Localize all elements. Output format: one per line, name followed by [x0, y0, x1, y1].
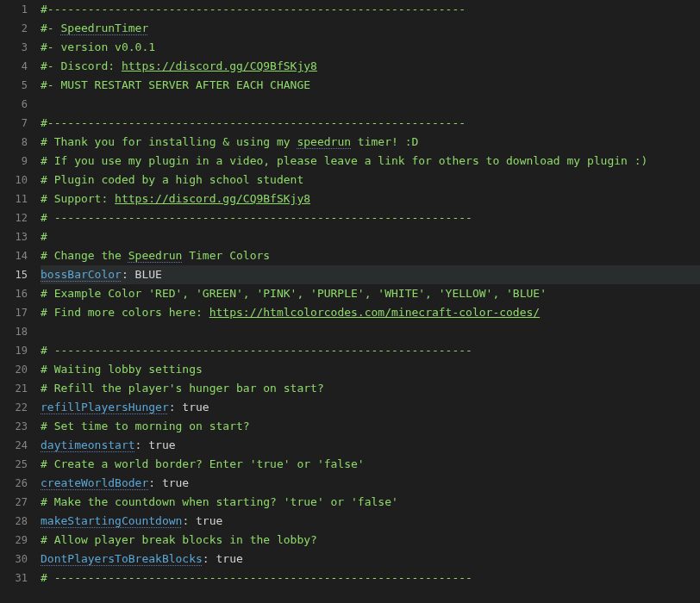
code-line[interactable]: # If you use my plugin in a video, pleas…: [41, 152, 700, 171]
code-line[interactable]: # Example Color 'RED', 'GREEN', 'PINK', …: [41, 284, 700, 303]
code-line[interactable]: #- version v0.0.1: [41, 38, 700, 57]
code-line[interactable]: #- MUST RESTART SERVER AFTER EACH CHANGE: [41, 76, 700, 95]
line-number: 17: [0, 303, 28, 322]
line-number: 13: [0, 227, 28, 246]
code-token: # Change the: [41, 249, 128, 262]
code-token: : true: [135, 438, 176, 451]
code-token: # Example Color 'RED', 'GREEN', 'PINK', …: [41, 287, 547, 300]
line-number: 2: [0, 19, 28, 38]
code-token: # If you use my plugin in a video, pleas…: [41, 154, 647, 167]
code-line[interactable]: # Set time to morning on start?: [41, 417, 700, 436]
code-token: #-: [41, 22, 60, 34]
code-token: makeStartingCountdown: [41, 514, 182, 527]
line-number: 5: [0, 76, 28, 95]
code-token: : true: [203, 552, 243, 565]
line-number: 26: [0, 474, 28, 493]
line-number: 3: [0, 38, 28, 57]
code-token: #- version v0.0.1: [41, 40, 155, 53]
line-number: 8: [0, 133, 28, 152]
line-number: 16: [0, 284, 28, 303]
line-number: 9: [0, 152, 28, 171]
code-token: : true: [169, 401, 209, 413]
code-token: # Support:: [41, 192, 115, 205]
code-line[interactable]: # --------------------------------------…: [41, 341, 700, 360]
code-line[interactable]: #- Discord: https://discord.gg/CQ9BfSKjy…: [41, 57, 700, 76]
code-token: #- Discord:: [41, 59, 122, 72]
line-number: 19: [0, 341, 28, 360]
code-line[interactable]: [41, 95, 700, 114]
code-line[interactable]: # Plugin coded by a high school student: [41, 171, 700, 190]
line-number: 15: [0, 265, 28, 284]
code-line[interactable]: # Find more colors here: https://htmlcol…: [41, 303, 700, 322]
code-lines: #---------------------------------------…: [41, 0, 700, 587]
code-line[interactable]: #: [41, 227, 700, 246]
line-number: 22: [0, 398, 28, 417]
code-line[interactable]: DontPlayersToBreakBlocks: true: [41, 550, 700, 569]
code-token: #---------------------------------------…: [41, 116, 466, 129]
line-number: 25: [0, 455, 28, 474]
code-line[interactable]: #---------------------------------------…: [41, 114, 700, 133]
code-token: # --------------------------------------…: [41, 571, 472, 584]
code-token: daytimeonstart: [41, 438, 135, 451]
code-token: speedrun: [297, 135, 351, 148]
code-token: https://discord.gg/CQ9BfSKjy8: [122, 59, 317, 72]
code-token: # --------------------------------------…: [41, 344, 472, 357]
code-token: : true: [182, 514, 222, 527]
line-number: 20: [0, 360, 28, 379]
code-token: # --------------------------------------…: [41, 211, 472, 224]
code-line[interactable]: # Create a world border? Enter 'true' or…: [41, 455, 700, 474]
code-line[interactable]: daytimeonstart: true: [41, 436, 700, 455]
code-line[interactable]: [41, 322, 700, 341]
code-line[interactable]: makeStartingCountdown: true: [41, 512, 700, 531]
code-line[interactable]: #- SpeedrunTimer: [41, 19, 700, 38]
code-line[interactable]: # Change the Speedrun Timer Colors: [41, 246, 700, 265]
code-token: Timer Colors: [182, 249, 270, 262]
code-line[interactable]: #---------------------------------------…: [41, 0, 700, 19]
code-token: https://discord.gg/CQ9BfSKjy8: [115, 192, 310, 205]
code-token: : true: [148, 476, 189, 489]
code-line[interactable]: createWorldBoder: true: [41, 474, 700, 493]
code-token: #---------------------------------------…: [41, 3, 466, 16]
line-number: 24: [0, 436, 28, 455]
code-token: : BLUE: [122, 268, 162, 281]
line-number: 11: [0, 190, 28, 208]
code-token: # Waiting lobby settings: [41, 363, 203, 376]
line-number-gutter: 1234567891011121314151617181920212223242…: [0, 0, 36, 603]
code-token: # Set time to morning on start?: [41, 420, 250, 432]
code-line[interactable]: bossBarColor: BLUE: [41, 265, 700, 284]
code-token: Speedrun: [128, 249, 183, 262]
line-number: 14: [0, 246, 28, 265]
code-line[interactable]: # Thank you for installing & using my sp…: [41, 133, 700, 152]
code-editor[interactable]: 1234567891011121314151617181920212223242…: [0, 0, 700, 603]
code-line[interactable]: # --------------------------------------…: [41, 208, 700, 227]
code-line[interactable]: # Allow player break blocks in the lobby…: [41, 531, 700, 550]
line-number: 29: [0, 531, 28, 550]
line-number: 31: [0, 569, 28, 587]
code-line[interactable]: # Support: https://discord.gg/CQ9BfSKjy8: [41, 190, 700, 208]
line-number: 12: [0, 208, 28, 227]
code-line[interactable]: refillPlayersHunger: true: [41, 398, 700, 417]
code-token: DontPlayersToBreakBlocks: [41, 552, 203, 565]
line-number: 30: [0, 550, 28, 569]
code-area[interactable]: #---------------------------------------…: [36, 0, 700, 603]
code-token: https://htmlcolorcodes.com/minecraft-col…: [209, 306, 541, 319]
line-number: 27: [0, 493, 28, 512]
line-number: 4: [0, 57, 28, 76]
code-token: SpeedrunTimer: [60, 22, 148, 34]
code-token: #: [41, 230, 47, 243]
code-line[interactable]: # --------------------------------------…: [41, 569, 700, 587]
code-line[interactable]: # Refill the player's hunger bar on star…: [41, 379, 700, 398]
line-number: 1: [0, 0, 28, 19]
code-token: timer! :D: [351, 135, 418, 148]
code-line[interactable]: # Make the countdown when starting? 'tru…: [41, 493, 700, 512]
code-token: # Make the countdown when starting? 'tru…: [41, 495, 398, 508]
line-number: 23: [0, 417, 28, 436]
line-number: 21: [0, 379, 28, 398]
code-line[interactable]: # Waiting lobby settings: [41, 360, 700, 379]
code-token: # Plugin coded by a high school student: [41, 173, 303, 186]
line-number: 6: [0, 95, 28, 114]
code-token: refillPlayersHunger: [41, 401, 169, 413]
line-number: 7: [0, 114, 28, 133]
code-token: createWorldBoder: [41, 476, 148, 489]
line-number: 10: [0, 171, 28, 190]
